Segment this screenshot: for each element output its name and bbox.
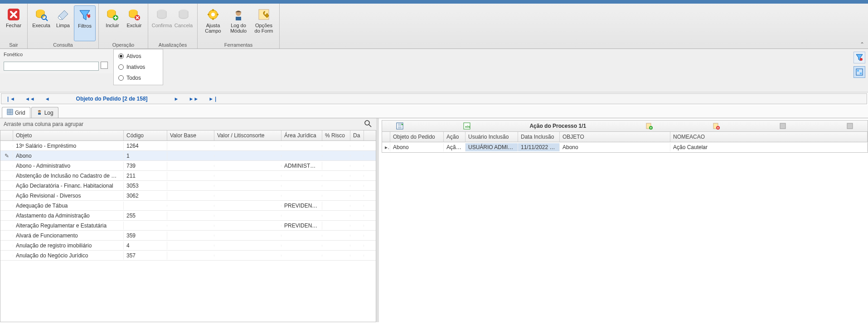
row-indicator [0, 245, 13, 247]
col-codigo[interactable]: Código [124, 131, 167, 140]
left-grid-body[interactable]: 13º Salário - Empréstimo1264✎Abono1Abono… [0, 141, 376, 322]
cell-objeto: Ação Revisional - Diversos [13, 192, 124, 200]
nav-prev-page-button[interactable]: ◄◄ [23, 96, 37, 102]
col-area-juridica[interactable]: Área Jurídica [281, 131, 322, 140]
ajusta-campo-label: Ajusta Campo [201, 23, 225, 34]
nav-next-button[interactable]: ► [172, 96, 181, 102]
tab-log[interactable]: Log [31, 107, 58, 118]
cell-codigo: 359 [124, 232, 167, 240]
tab-bar: Grid Log [0, 105, 868, 118]
row-indicator [0, 225, 13, 227]
tab-grid-label: Grid [15, 110, 25, 116]
form-wrench-icon [257, 7, 271, 22]
table-row[interactable]: Anulação de registro imobiliário4 [0, 241, 376, 251]
group-by-hint[interactable]: Arraste uma coluna para agrupar [0, 118, 376, 130]
col-valor-base[interactable]: Valor Base [167, 131, 214, 140]
table-row[interactable]: ▸ Abono Ação... USUÁRIO ADMINIS... 11/11… [382, 142, 868, 152]
svg-rect-18 [857, 70, 859, 72]
nav-next-page-button[interactable]: ►► [187, 96, 200, 102]
fonetico-input[interactable] [4, 62, 99, 71]
col-acao[interactable]: Ação [444, 132, 466, 142]
fonetico-checkbox[interactable] [101, 62, 108, 69]
table-row[interactable]: Alvará de Funcionamento359 [0, 231, 376, 241]
limpa-button[interactable]: Limpa [52, 5, 74, 41]
cell-objeto: Abono [560, 143, 670, 151]
layout-tool-button[interactable] [853, 66, 865, 78]
cell-area: PREVIDENCIAR... [281, 222, 322, 230]
group-atualizacoes-label: Atualizações [151, 41, 194, 48]
cell-area [281, 185, 322, 187]
radio-todos[interactable]: Todos [118, 75, 158, 81]
tab-grid[interactable]: Grid [2, 107, 30, 118]
log-modulo-button[interactable]: Log do Módulo [226, 5, 251, 41]
table-row[interactable]: Abstenção de Inclusão no Cadastro de Órg… [0, 171, 376, 181]
table-row[interactable]: Ação Declaratória - Financ. Habitacional… [0, 181, 376, 191]
filtros-button[interactable]: Filtros [74, 5, 96, 41]
col-data-inclusao[interactable]: Data Inclusão [518, 132, 560, 142]
delete-record-icon[interactable] [712, 122, 720, 130]
svg-point-16 [860, 58, 863, 61]
add-record-icon[interactable] [645, 122, 653, 130]
col-risco[interactable]: % Risco [322, 131, 350, 140]
table-row[interactable]: Ação Revisional - Diversos3062 [0, 191, 376, 201]
col-objeto[interactable]: Objeto [13, 131, 124, 140]
cell-area [281, 215, 322, 217]
cell-da [350, 225, 364, 227]
export-icon[interactable] [396, 122, 404, 130]
opcoes-form-button[interactable]: Opções do Form [251, 5, 276, 41]
svg-marker-4 [87, 16, 91, 18]
radio-ativos[interactable]: Ativos [118, 53, 158, 59]
filtros-label: Filtros [78, 23, 92, 29]
col-da[interactable]: Da [350, 131, 364, 140]
ajusta-campo-button[interactable]: Ajusta Campo [200, 5, 226, 41]
filter-tool-button[interactable] [853, 52, 865, 63]
col-nomeacao[interactable]: NOMEACAO [670, 132, 868, 142]
cancela-button[interactable]: Cancela [173, 5, 194, 41]
cell-risco [322, 215, 350, 217]
cell-valor-litis [214, 175, 281, 177]
group-consulta-label: Consulta [30, 41, 96, 48]
col-usuario-inclusao[interactable]: Usuário Inclusão [466, 132, 518, 142]
cell-valor-base [167, 245, 214, 247]
search-icon[interactable] [364, 120, 372, 129]
col-objeto[interactable]: OBJETO [560, 132, 670, 142]
cell-risco [322, 235, 350, 237]
table-row[interactable]: Afastamento da Administração255 [0, 211, 376, 221]
svg-point-27 [365, 121, 369, 125]
table-row[interactable]: Adequação de TábuaPREVIDENCIAR... [0, 201, 376, 211]
opcoes-form-label: Opções do Form [252, 23, 276, 34]
excluir-button[interactable]: Excluir [123, 5, 145, 41]
database-plus-icon [105, 7, 120, 22]
cell-nomeacao: Ação Cautelar [670, 143, 868, 151]
radio-inativos-label: Inativos [126, 64, 145, 70]
confirma-button[interactable]: Confirma [151, 5, 173, 41]
executa-button[interactable]: Executa [30, 5, 52, 41]
col-objeto-pedido[interactable]: Objeto do Pedido [390, 132, 444, 142]
nav-first-button[interactable]: ❘◄ [4, 96, 17, 102]
fechar-button[interactable]: Fechar [3, 5, 24, 41]
ribbon-collapse-button[interactable]: ⌃ [856, 40, 868, 48]
status-radio-panel: Ativos Inativos Todos [113, 49, 163, 85]
nav-last-button[interactable]: ►❘ [207, 96, 219, 102]
table-row[interactable]: 13º Salário - Empréstimo1264 [0, 141, 376, 151]
row-indicator: ✎ [0, 152, 13, 160]
undo-icon[interactable] [846, 122, 854, 130]
radio-inativos[interactable]: Inativos [118, 64, 158, 70]
nav-prev-button[interactable]: ◄ [43, 96, 52, 102]
table-row[interactable]: Abono - Administrativo739ADMINISTRATI... [0, 161, 376, 171]
svg-line-3 [46, 19, 48, 21]
cell-codigo: 1 [124, 152, 167, 160]
cell-acao: Ação... [444, 143, 466, 151]
svg-rect-38 [847, 123, 853, 129]
cell-valor-litis [214, 145, 281, 147]
excluir-label: Excluir [126, 23, 141, 28]
table-row[interactable]: Anulação do Negócio Jurídico357 [0, 251, 376, 261]
table-row[interactable]: ✎Abono1 [0, 151, 376, 161]
detective-icon [36, 109, 43, 116]
table-row[interactable]: Alteração Regulamentar e EstatutáriaPREV… [0, 221, 376, 231]
incluir-button[interactable]: Incluir [102, 5, 123, 41]
executa-label: Executa [32, 23, 50, 28]
col-valor-litis[interactable]: Valor / Litisconsorte [214, 131, 281, 140]
save-icon[interactable] [779, 122, 787, 130]
excel-icon[interactable]: xls [463, 122, 471, 130]
